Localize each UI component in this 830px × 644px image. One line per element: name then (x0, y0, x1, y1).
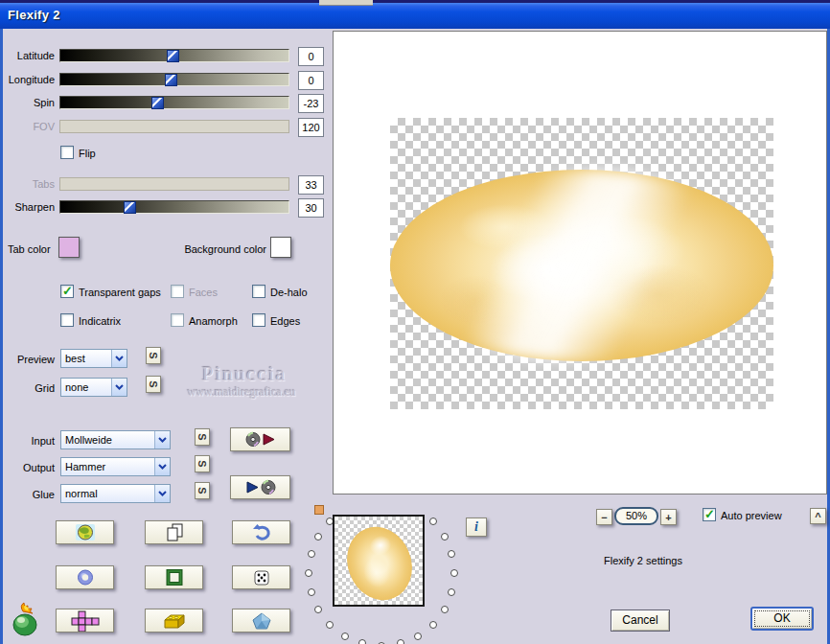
collapse-button[interactable]: ^ (810, 508, 826, 524)
brick-icon (162, 611, 187, 631)
latitude-slider[interactable] (59, 49, 289, 62)
ring-button[interactable] (56, 565, 114, 589)
settings-status-text: Flexify 2 settings (604, 555, 757, 567)
save-settings-button[interactable] (230, 475, 290, 499)
zoom-out-button[interactable]: − (596, 509, 612, 525)
fov-value-field[interactable] (298, 118, 324, 137)
fov-label: FOV (0, 121, 55, 133)
ok-button[interactable]: OK (750, 607, 814, 631)
memory-dot[interactable] (441, 606, 449, 613)
info-button[interactable]: i (466, 518, 487, 537)
background-color-label: Background color (163, 243, 266, 256)
copy-button[interactable] (145, 520, 203, 544)
flip-checkbox[interactable] (60, 146, 74, 159)
preview-mode-value: best (61, 353, 111, 364)
memory-slot-selected[interactable] (314, 505, 324, 515)
memory-dot[interactable] (414, 632, 422, 640)
grid-shuffle-button[interactable]: S (146, 376, 161, 393)
input-value: Mollweide (61, 434, 154, 446)
undo-button[interactable] (232, 520, 290, 544)
auto-preview-label: Auto preview (721, 510, 782, 522)
output-shuffle-button[interactable]: S (195, 455, 210, 472)
random-button[interactable] (232, 565, 290, 589)
spin-value-field[interactable] (298, 94, 324, 113)
check-icon: ✓ (62, 284, 73, 298)
memory-dot[interactable] (429, 518, 437, 525)
memory-dot[interactable] (314, 606, 322, 613)
globe-preview-button[interactable] (56, 520, 114, 544)
spin-slider[interactable] (59, 96, 289, 109)
chevron-down-icon[interactable] (154, 485, 170, 502)
memory-dot[interactable] (314, 533, 322, 540)
polyhedron-button[interactable] (232, 609, 290, 632)
memory-dot[interactable] (341, 632, 349, 640)
zoom-in-button[interactable]: + (660, 509, 677, 525)
spin-label: Spin (0, 97, 55, 109)
background-color-swatch[interactable] (270, 237, 291, 258)
chevron-down-icon[interactable] (111, 350, 127, 367)
memory-dot[interactable] (308, 550, 315, 558)
cancel-button[interactable]: Cancel (611, 610, 670, 632)
sharpen-slider[interactable] (59, 200, 289, 214)
edges-label: Edges (270, 315, 300, 328)
auto-preview-checkbox[interactable]: ✓ (703, 508, 716, 521)
memory-dot[interactable] (450, 569, 458, 577)
memory-dot[interactable] (397, 639, 404, 644)
pentagon-icon (251, 611, 272, 631)
grid-select[interactable]: none (60, 378, 127, 397)
transparent-gaps-checkbox[interactable]: ✓ (60, 285, 74, 298)
unfolded-cube-icon (71, 610, 100, 632)
memory-dot[interactable] (441, 533, 449, 540)
flip-label: Flip (79, 148, 96, 160)
memory-dot[interactable] (448, 588, 455, 596)
output-value: Hammer (61, 461, 154, 472)
longitude-value-field[interactable] (298, 71, 324, 90)
memory-dot[interactable] (429, 621, 437, 629)
indicatrix-checkbox[interactable] (60, 313, 74, 327)
output-select[interactable]: Hammer (60, 457, 171, 476)
latitude-value-field[interactable] (298, 47, 324, 66)
chevron-down-icon[interactable] (154, 431, 170, 448)
window-title: Flexify 2 (8, 8, 60, 22)
brick-button[interactable] (145, 609, 203, 632)
sharpen-slider-thumb[interactable] (124, 201, 136, 214)
transparency-checkerboard (390, 118, 773, 409)
latitude-slider-thumb[interactable] (167, 50, 179, 62)
unfolded-cube-button[interactable] (56, 609, 114, 632)
flaming-pear-logo[interactable] (10, 602, 44, 638)
preview-shuffle-button[interactable]: S (146, 347, 161, 364)
faces-label: Faces (189, 287, 218, 299)
anamorph-checkbox[interactable] (171, 313, 184, 327)
memory-dot[interactable] (308, 588, 315, 596)
tab-color-swatch[interactable] (58, 237, 80, 258)
memory-dot[interactable] (358, 639, 366, 644)
load-settings-button[interactable] (230, 427, 290, 451)
input-shuffle-button[interactable]: S (195, 428, 210, 446)
glue-shuffle-button[interactable]: S (195, 482, 210, 499)
dehalo-checkbox[interactable] (252, 285, 265, 298)
title-bar[interactable]: Flexify 2 (0, 3, 830, 29)
input-select[interactable]: Mollweide (60, 430, 171, 449)
chevron-down-icon[interactable] (111, 379, 127, 396)
memory-dot[interactable] (305, 569, 312, 577)
sharpen-value-field[interactable] (298, 198, 324, 218)
tabs-value-field[interactable] (298, 175, 324, 195)
longitude-slider-thumb[interactable] (165, 74, 177, 86)
latitude-label: Latitude (0, 50, 55, 62)
preview-panel[interactable] (333, 31, 827, 494)
preview-mode-select[interactable]: best (60, 349, 127, 368)
chevron-down-icon[interactable] (154, 458, 170, 475)
memory-dot[interactable] (326, 621, 334, 629)
spin-slider-thumb[interactable] (151, 97, 164, 109)
thumbnail-preview[interactable] (333, 515, 425, 607)
edges-checkbox[interactable] (252, 313, 265, 327)
longitude-slider[interactable] (59, 73, 289, 86)
tab-color-label: Tab color (8, 243, 51, 256)
memory-dot[interactable] (448, 550, 455, 558)
check-icon: ✓ (704, 507, 715, 521)
input-label: Input (0, 435, 55, 448)
square-ring-icon (165, 568, 184, 586)
glue-select[interactable]: normal (60, 484, 171, 503)
square-ring-button[interactable] (145, 565, 203, 589)
dice-icon (252, 568, 271, 586)
